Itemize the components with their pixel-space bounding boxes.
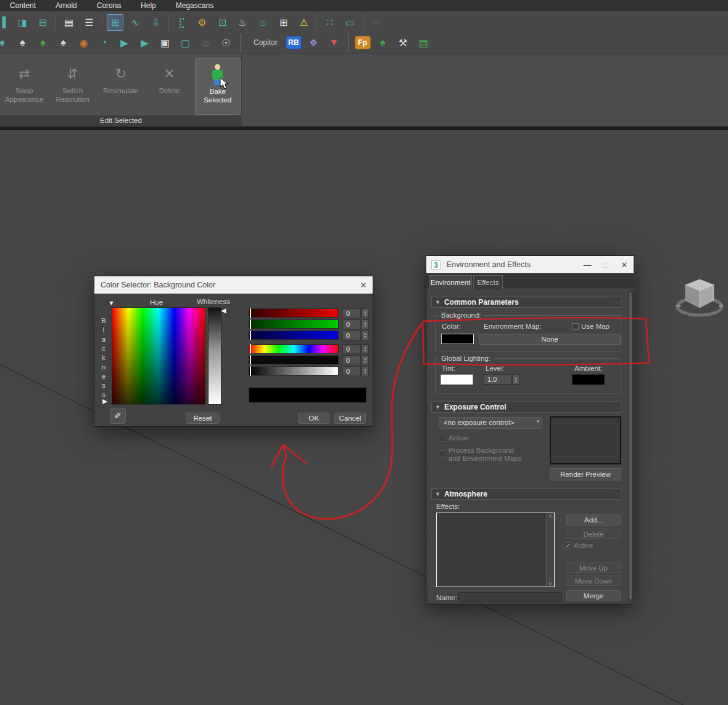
dotted-circle-icon[interactable]: ◌ bbox=[368, 14, 384, 31]
delete-button[interactable]: ✕ Delete bbox=[146, 58, 192, 115]
atmosphere-active-checkbox[interactable]: ✔ bbox=[565, 542, 571, 549]
camera-add-icon[interactable]: ▣ bbox=[157, 35, 173, 51]
level-spinner[interactable]: ▲▼ bbox=[512, 374, 519, 385]
menu-content[interactable]: Content bbox=[0, 0, 46, 11]
delete-effect-button[interactable]: Delete bbox=[566, 529, 621, 539]
teapot-gear-icon[interactable]: ⚙ bbox=[194, 14, 210, 31]
viewcube[interactable] bbox=[674, 276, 726, 321]
tab-effects[interactable]: Effects bbox=[473, 275, 503, 289]
value-value[interactable]: 0 bbox=[342, 366, 361, 376]
minimize-icon[interactable]: — bbox=[578, 256, 597, 273]
exposure-control-rollout[interactable]: ▼ Exposure Control ∷ bbox=[431, 402, 621, 413]
exposure-control-dropdown[interactable]: <no exposure control> ▼ bbox=[439, 417, 542, 429]
snap-links-icon[interactable]: ⣏ bbox=[173, 14, 190, 31]
common-parameters-rollout[interactable]: ▼ Common Parameters ∷ bbox=[431, 297, 621, 308]
grid-array-icon[interactable]: ∷ bbox=[321, 14, 338, 31]
use-map-checkbox[interactable] bbox=[572, 323, 579, 330]
swap-appearance-button[interactable]: ⇄ Swap Appearance bbox=[1, 58, 47, 115]
scroll-down-icon[interactable]: ∨ bbox=[548, 581, 552, 587]
green-list-icon[interactable]: ▤ bbox=[415, 35, 432, 51]
value-slider[interactable] bbox=[249, 366, 339, 376]
align-layout-icon[interactable]: ⊟ bbox=[35, 14, 51, 31]
red-value[interactable]: 0 bbox=[342, 308, 361, 318]
tint-swatch[interactable] bbox=[441, 374, 473, 385]
hue-blackness-gradient[interactable] bbox=[112, 307, 205, 405]
red-slider[interactable] bbox=[249, 308, 339, 318]
close-icon[interactable]: ✕ bbox=[354, 276, 373, 294]
background-color-swatch[interactable] bbox=[441, 334, 474, 344]
process-background-checkbox[interactable] bbox=[439, 450, 445, 457]
slide-compare-icon[interactable]: ▐ bbox=[0, 14, 10, 31]
ok-button[interactable]: OK bbox=[298, 413, 329, 424]
layer-stack-icon[interactable]: ☰ bbox=[81, 14, 97, 31]
switch-resolution-button[interactable]: ⇵ Switch Resolution bbox=[50, 58, 96, 115]
menu-megascans[interactable]: Megascans bbox=[166, 0, 223, 11]
tree-icon[interactable]: ♠ bbox=[0, 35, 10, 51]
diamond-grid-icon[interactable]: ❖ bbox=[305, 35, 322, 51]
merge-button[interactable]: Merge bbox=[566, 590, 621, 601]
sat-value[interactable]: 0 bbox=[342, 355, 361, 365]
menu-arnold[interactable]: Arnold bbox=[46, 0, 87, 11]
rb-badge-icon[interactable]: RB bbox=[286, 36, 302, 49]
whiteness-strip[interactable] bbox=[208, 307, 221, 405]
move-down-button[interactable]: Move Down bbox=[566, 575, 621, 586]
sat-slider[interactable] bbox=[249, 355, 339, 365]
cancel-button[interactable]: Cancel bbox=[334, 413, 366, 424]
menu-corona[interactable]: Corona bbox=[87, 0, 131, 11]
tree-list-icon[interactable]: ♠ bbox=[14, 35, 31, 51]
green-value[interactable]: 0 bbox=[342, 320, 361, 329]
curve-editor-icon[interactable]: ∿ bbox=[127, 14, 144, 31]
render-preview-button[interactable]: Render Preview bbox=[550, 468, 621, 480]
tab-environment[interactable]: Environment bbox=[429, 275, 472, 289]
hue-marker-icon[interactable]: ▼ bbox=[108, 299, 115, 307]
scroll-up-icon[interactable]: ∧ bbox=[548, 513, 552, 519]
corona-swirl-icon[interactable]: ◉ bbox=[75, 35, 92, 51]
green-slider[interactable] bbox=[249, 320, 339, 329]
forest-icon[interactable]: ♠ bbox=[35, 35, 51, 51]
teapot-flash-icon[interactable]: ♨ bbox=[234, 14, 251, 31]
teapot-outline-icon[interactable]: ♨ bbox=[197, 35, 214, 51]
table-list-icon[interactable]: ▤ bbox=[60, 14, 77, 31]
environment-titlebar[interactable]: 3 Environment and Effects — □ ✕ bbox=[426, 256, 634, 273]
reset-button[interactable]: Reset bbox=[186, 413, 220, 424]
environment-scrollbar[interactable] bbox=[628, 292, 632, 600]
bulb-icon[interactable]: ☉ bbox=[218, 35, 234, 51]
playback-window-icon[interactable]: ▶ bbox=[136, 35, 153, 51]
name-input[interactable] bbox=[458, 592, 562, 602]
pie-copy-icon[interactable]: ◔ bbox=[96, 35, 112, 51]
hue-slider[interactable] bbox=[249, 344, 339, 353]
atmosphere-rollout[interactable]: ▼ Atmosphere ∷ bbox=[431, 489, 621, 500]
render-setup-icon[interactable]: ⊡ bbox=[214, 14, 231, 31]
color-selector-titlebar[interactable]: Color Selector: Background Color ✕ bbox=[94, 276, 373, 294]
fp-badge-icon[interactable]: Fp bbox=[355, 36, 371, 49]
environment-map-none-button[interactable]: None bbox=[479, 334, 621, 345]
effects-listbox[interactable]: ∧ ∨ bbox=[436, 513, 555, 587]
tree-card-icon[interactable]: ♠ bbox=[55, 35, 72, 51]
warning-icon[interactable]: ⚠ bbox=[296, 14, 312, 31]
eyedropper-button[interactable]: ✐ bbox=[110, 408, 126, 424]
measure-ruler-icon[interactable]: ▭ bbox=[342, 14, 358, 31]
resimulate-button[interactable]: ↻ Resimulate bbox=[98, 58, 144, 115]
grid-window-icon[interactable]: ⊞ bbox=[107, 14, 123, 31]
effects-list-scrollbar[interactable]: ∧ ∨ bbox=[546, 513, 554, 587]
maximize-icon[interactable]: □ bbox=[597, 256, 615, 273]
blackness-marker-icon[interactable]: ▶ bbox=[102, 397, 107, 405]
value-spinner[interactable]: ▲▼ bbox=[362, 366, 369, 376]
channel-windows-icon[interactable]: ⊞ bbox=[275, 14, 292, 31]
blue-value[interactable]: 0 bbox=[342, 331, 361, 340]
play-pane-icon[interactable]: ▶ bbox=[116, 35, 133, 51]
exposure-active-checkbox[interactable] bbox=[439, 435, 445, 442]
download-icon[interactable]: ⇩ bbox=[147, 14, 164, 31]
teapot-cloud-icon[interactable]: ♨ bbox=[255, 14, 271, 31]
ambient-swatch[interactable] bbox=[572, 374, 605, 385]
close-icon[interactable]: ✕ bbox=[615, 256, 634, 273]
tools-icon[interactable]: ⚒ bbox=[395, 35, 412, 51]
mirror-icon[interactable]: ◨ bbox=[14, 14, 31, 31]
move-up-button[interactable]: Move Up bbox=[566, 563, 621, 573]
hue-spinner[interactable]: ▲▼ bbox=[362, 344, 369, 354]
red-spinner[interactable]: ▲▼ bbox=[362, 308, 369, 318]
bake-selected-button[interactable]: Bake Selected bbox=[195, 58, 241, 115]
forest-pack-icon[interactable]: ♠ bbox=[374, 35, 391, 51]
green-spinner[interactable]: ▲▼ bbox=[362, 320, 369, 329]
level-value[interactable]: 1,0 bbox=[484, 374, 512, 385]
